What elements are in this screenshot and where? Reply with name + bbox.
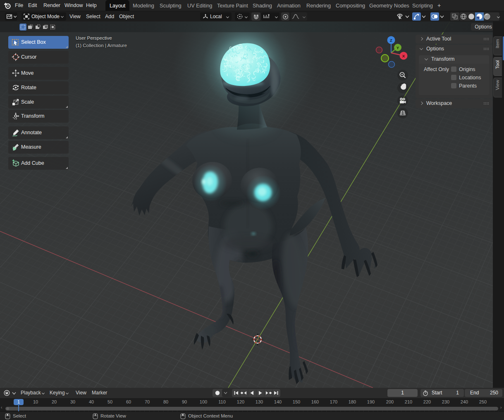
- svg-text:X: X: [402, 54, 405, 58]
- svg-text:Y: Y: [397, 45, 399, 50]
- svg-text:Z: Z: [390, 38, 392, 43]
